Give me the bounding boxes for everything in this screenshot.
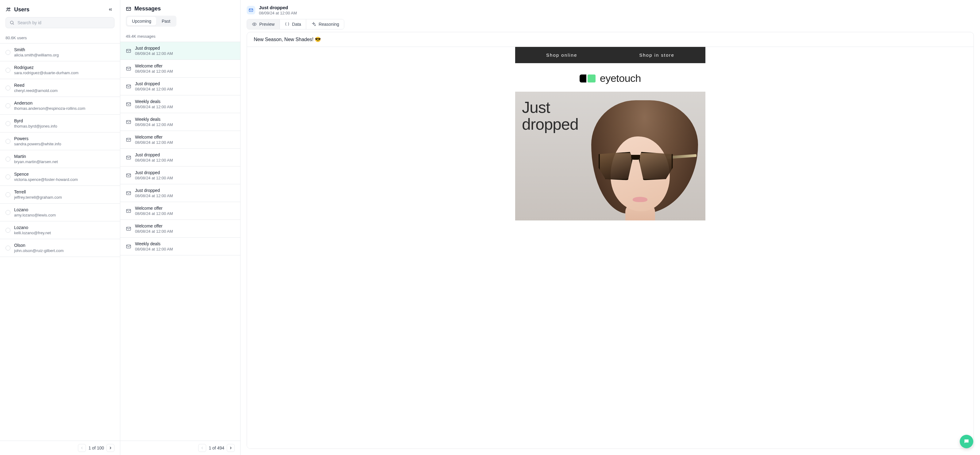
message-title: Just dropped [135, 188, 173, 193]
select-checkbox[interactable] [6, 103, 10, 108]
search-input[interactable] [17, 20, 110, 25]
user-row[interactable]: Smithalicia.smith@williams.org [0, 44, 120, 61]
braces-icon [285, 22, 290, 27]
detail-mail-icon [247, 6, 255, 14]
user-email: thomas.anderson@espinoza-rollins.com [14, 106, 85, 111]
message-row[interactable]: Welcome offer08/08/24 at 12:00 AM [120, 131, 240, 149]
user-row[interactable]: Powerssandra.powers@white.info [0, 132, 120, 150]
message-timestamp: 08/08/24 at 12:00 AM [135, 193, 173, 198]
messages-list[interactable]: Just dropped08/09/24 at 12:00 AMWelcome … [120, 42, 240, 441]
svg-point-1 [9, 8, 10, 9]
user-name: Powers [14, 136, 61, 141]
search-icon [10, 20, 14, 25]
users-pager-label: 1 of 100 [88, 445, 104, 450]
tab-preview[interactable]: Preview [247, 19, 280, 29]
mail-icon [126, 101, 131, 107]
mail-icon [126, 208, 131, 214]
select-checkbox[interactable] [6, 50, 10, 55]
user-row[interactable]: Andersonthomas.anderson@espinoza-rollins… [0, 97, 120, 115]
shop-online-link[interactable]: Shop online [546, 52, 577, 58]
users-prev-button[interactable] [78, 444, 86, 452]
users-list[interactable]: Smithalicia.smith@williams.orgRodriguezs… [0, 44, 120, 441]
message-row[interactable]: Weekly deals08/08/24 at 12:00 AM [120, 113, 240, 131]
user-email: kelli.lozano@frey.net [14, 231, 51, 235]
detail-timestamp: 08/09/24 at 12:00 AM [259, 11, 297, 15]
message-row[interactable]: Just dropped08/09/24 at 12:00 AM [120, 78, 240, 95]
messages-next-button[interactable] [227, 444, 235, 452]
users-header: Users [0, 0, 120, 33]
mail-icon [126, 66, 131, 71]
message-row[interactable]: Weekly deals08/08/24 at 12:00 AM [120, 238, 240, 255]
collapse-users-button[interactable] [107, 6, 115, 13]
mail-icon [126, 137, 131, 143]
message-timestamp: 08/09/24 at 12:00 AM [135, 51, 173, 56]
message-title: Weekly deals [135, 99, 173, 104]
message-title: Just dropped [135, 170, 173, 175]
user-row[interactable]: Olsonjohn.olson@ruiz-gilbert.com [0, 239, 120, 257]
user-name: Smith [14, 47, 59, 52]
user-row[interactable]: Reedcheryl.reed@arnold.com [0, 79, 120, 97]
user-name: Anderson [14, 101, 85, 105]
messages-prev-button[interactable] [198, 444, 206, 452]
svg-point-0 [7, 8, 9, 10]
user-name: Lozano [14, 225, 51, 230]
user-email: john.olson@ruiz-gilbert.com [14, 248, 64, 253]
preview-subject: New Season, New Shades! 😎 [247, 32, 974, 47]
message-row[interactable]: Just dropped08/09/24 at 12:00 AM [120, 42, 240, 60]
message-timestamp: 08/09/24 at 12:00 AM [135, 69, 173, 74]
user-row[interactable]: Terrelljeffrey.terrell@graham.com [0, 186, 120, 204]
user-row[interactable]: Lozanokelli.lozano@frey.net [0, 221, 120, 239]
shop-in-store-link[interactable]: Shop in store [640, 52, 675, 58]
message-timestamp: 08/08/24 at 12:00 AM [135, 122, 173, 127]
preview-body[interactable]: Shop online Shop in store eyetouch Just [247, 47, 974, 449]
message-row[interactable]: Just dropped08/08/24 at 12:00 AM [120, 166, 240, 184]
message-row[interactable]: Welcome offer08/08/24 at 12:00 AM [120, 202, 240, 220]
message-title: Welcome offer [135, 206, 173, 211]
select-checkbox[interactable] [6, 68, 10, 73]
select-checkbox[interactable] [6, 192, 10, 197]
tab-data[interactable]: Data [280, 19, 307, 29]
users-next-button[interactable] [107, 444, 115, 452]
select-checkbox[interactable] [6, 210, 10, 215]
message-row[interactable]: Just dropped08/08/24 at 12:00 AM [120, 184, 240, 202]
hero-image: Just dropped [515, 92, 705, 220]
message-row[interactable]: Welcome offer08/08/24 at 12:00 AM [120, 220, 240, 238]
user-row[interactable]: Martinbryan.martin@larsen.net [0, 150, 120, 168]
preview-card: New Season, New Shades! 😎 Shop online Sh… [247, 32, 974, 449]
message-title: Welcome offer [135, 224, 173, 228]
user-email: amy.lozano@lewis.com [14, 213, 56, 217]
svg-point-2 [10, 21, 13, 24]
message-row[interactable]: Just dropped08/08/24 at 12:00 AM [120, 149, 240, 166]
chat-fab[interactable] [960, 435, 973, 448]
message-timestamp: 08/08/24 at 12:00 AM [135, 229, 173, 234]
tab-reasoning[interactable]: Reasoning [306, 19, 344, 29]
tab-upcoming[interactable]: Upcoming [127, 17, 156, 25]
select-checkbox[interactable] [6, 228, 10, 233]
tab-past[interactable]: Past [157, 17, 175, 25]
select-checkbox[interactable] [6, 174, 10, 179]
select-checkbox[interactable] [6, 121, 10, 126]
message-row[interactable]: Welcome offer08/09/24 at 12:00 AM [120, 60, 240, 78]
users-pager: 1 of 100 [0, 441, 120, 455]
messages-count: 49.4K messages [120, 31, 240, 42]
messages-header: Messages Upcoming Past [120, 0, 240, 31]
svg-point-17 [254, 24, 255, 25]
select-checkbox[interactable] [6, 157, 10, 162]
message-timestamp: 08/08/24 at 12:00 AM [135, 140, 173, 145]
brand-name: eyetouch [600, 72, 641, 84]
message-row[interactable]: Weekly deals08/08/24 at 12:00 AM [120, 95, 240, 113]
user-row[interactable]: Rodriguezsara.rodriguez@duarte-durham.co… [0, 61, 120, 79]
select-checkbox[interactable] [6, 139, 10, 144]
users-search[interactable] [6, 17, 115, 28]
mail-icon [126, 155, 131, 160]
user-row[interactable]: Byrdthomas.byrd@jones.info [0, 115, 120, 132]
sparkles-icon [311, 22, 316, 27]
user-row[interactable]: Lozanoamy.lozano@lewis.com [0, 204, 120, 221]
user-name: Rodriguez [14, 65, 78, 70]
user-row[interactable]: Spencevictoria.spence@foster-howard.com [0, 168, 120, 186]
mail-icon [126, 173, 131, 178]
select-checkbox[interactable] [6, 246, 10, 250]
select-checkbox[interactable] [6, 86, 10, 90]
messages-pager-label: 1 of 494 [208, 445, 224, 450]
mail-icon [126, 84, 131, 89]
